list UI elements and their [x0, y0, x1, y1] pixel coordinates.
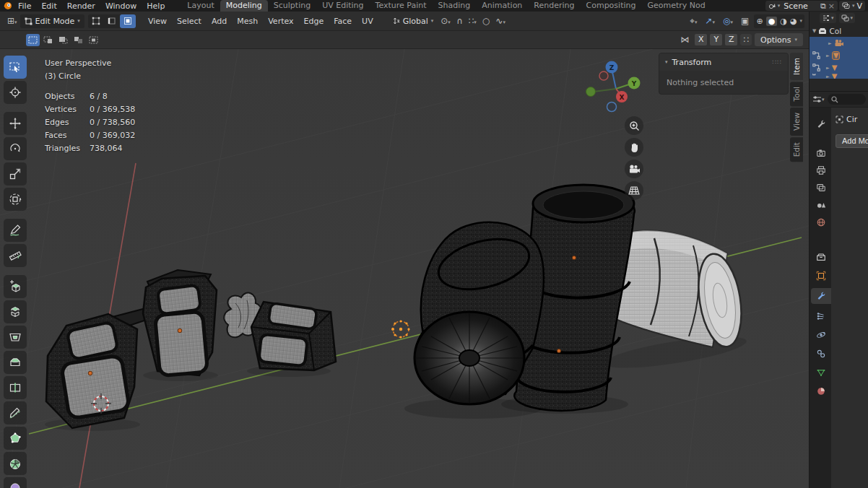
tab-view[interactable]: View [790, 108, 803, 136]
shading-rendered-icon[interactable]: ◕ [790, 17, 797, 26]
shading-material-icon[interactable]: ◑ [780, 17, 787, 26]
snap-dots-icon[interactable]: ∷ [740, 34, 752, 45]
menu-help[interactable]: Help [142, 1, 170, 11]
tab-item[interactable]: Item [790, 53, 803, 80]
blender-logo-icon[interactable] [3, 1, 13, 10]
tab-edit[interactable]: Edit [790, 137, 803, 162]
select-invert-icon[interactable] [71, 34, 85, 46]
expand-icon[interactable]: ► [826, 53, 830, 58]
workspace-shading[interactable]: Shading [433, 0, 477, 12]
wire-box-lying[interactable] [224, 293, 336, 370]
snap-settings-icon[interactable]: ∷▾ [466, 16, 479, 26]
tab-output-props[interactable] [811, 162, 831, 178]
menu-window[interactable]: Window [100, 1, 142, 11]
tool-poly-build[interactable] [4, 427, 27, 450]
expand-breadcrumb-icon[interactable] [836, 116, 843, 123]
outliner-row-mesh[interactable]: ► ▼ [810, 61, 868, 74]
workspace-modeling[interactable]: Modeling [220, 0, 268, 12]
workspace-geometry-nodes[interactable]: Geometry Nod [641, 0, 711, 12]
menu-file[interactable]: File [13, 1, 36, 11]
workspace-sculpting[interactable]: Sculpting [268, 0, 316, 12]
gizmo-neg-y[interactable] [586, 87, 596, 97]
zoom-button[interactable] [625, 116, 643, 135]
perspective-toggle-button[interactable] [625, 181, 643, 200]
tool-transform[interactable] [4, 188, 27, 211]
tool-cursor[interactable] [4, 81, 27, 104]
tab-tool-props[interactable] [811, 116, 831, 132]
show-gizmo-icon[interactable]: ↗▾ [703, 16, 719, 26]
tab-scene-props[interactable] [811, 197, 831, 213]
menu-uv[interactable]: UV [357, 17, 378, 26]
snap-magnet-icon[interactable]: ∩ [453, 16, 466, 26]
viewport-3d[interactable]: User Perspective (3) Circle Objects6 / 8… [0, 49, 809, 488]
face-select-button[interactable] [120, 14, 136, 28]
selected-circle-object[interactable] [391, 320, 410, 338]
outliner-row-mesh-partial[interactable]: ► ▼ [810, 74, 868, 79]
proportional-edit-icon[interactable]: ○ [479, 16, 492, 26]
pan-hand-button[interactable] [625, 138, 643, 157]
tab-modifier-props[interactable] [811, 288, 831, 304]
menu-face[interactable]: Face [329, 17, 357, 26]
mirror-y-button[interactable]: Y [710, 34, 722, 45]
menu-edge[interactable]: Edge [299, 17, 329, 26]
tab-collection-props[interactable] [811, 249, 831, 265]
scene-selector[interactable]: ▾ Scene ⧉ × [765, 1, 838, 11]
tab-object-props[interactable] [811, 268, 831, 284]
wire-box-bag-2[interactable] [143, 270, 217, 376]
outliner-row-camera[interactable]: ► [810, 37, 868, 49]
outliner-filter[interactable]: ▾ [839, 13, 856, 23]
object-visibility-icon[interactable]: ⌖▾ [687, 16, 700, 26]
outliner-display-mode[interactable]: ▾ [820, 13, 836, 23]
tab-constraint-props[interactable] [811, 346, 831, 362]
mirror-x-button[interactable]: X [695, 34, 707, 45]
select-subtract-icon[interactable] [56, 34, 70, 46]
workspace-compositing[interactable]: Compositing [581, 0, 642, 12]
tool-inset-faces[interactable] [4, 326, 27, 349]
select-intersect-icon[interactable] [87, 34, 100, 46]
workspace-texture-paint[interactable]: Texture Paint [370, 0, 433, 12]
navigation-gizmo[interactable]: Z Y X [582, 56, 648, 116]
show-overlays-icon[interactable]: ◎▾ [720, 16, 736, 26]
select-extend-icon[interactable] [41, 34, 55, 46]
add-modifier-button[interactable]: Add Mo [836, 134, 868, 148]
xray-toggle-icon[interactable]: ▣ [738, 16, 752, 26]
edge-select-button[interactable] [104, 14, 120, 28]
tool-loop-cut[interactable] [4, 376, 27, 399]
menu-edit[interactable]: Edit [36, 1, 61, 11]
unlink-scene-icon[interactable]: × [828, 1, 835, 11]
falloff-icon[interactable]: ∿▾ [492, 16, 508, 26]
tool-measure[interactable] [4, 244, 27, 267]
new-scene-icon[interactable]: ⧉ [820, 1, 826, 11]
tab-material-props[interactable] [811, 383, 831, 399]
menu-select[interactable]: Select [172, 17, 207, 26]
mirror-z-button[interactable]: Z [725, 34, 737, 45]
workspace-uv-editing[interactable]: UV Editing [316, 0, 369, 12]
expand-icon[interactable]: ► [828, 40, 832, 45]
camera-view-button[interactable] [625, 160, 643, 178]
tool-bevel[interactable] [4, 351, 27, 374]
editor-type-icon[interactable]: ⊞▾ [4, 16, 20, 26]
workspace-layout[interactable]: Layout [181, 0, 220, 12]
menu-vertex[interactable]: Vertex [263, 17, 298, 26]
tool-knife[interactable] [4, 401, 27, 424]
select-set-icon[interactable] [26, 34, 40, 46]
properties-search-input[interactable] [828, 94, 866, 105]
tab-view-layer-props[interactable] [811, 180, 831, 196]
expand-icon[interactable]: ► [826, 65, 830, 70]
gizmo-neg-z[interactable] [607, 103, 617, 112]
expand-icon[interactable]: ► [826, 74, 830, 79]
disclosure-icon[interactable]: ▼ [812, 28, 816, 34]
tool-add-cube[interactable] [4, 275, 27, 298]
workspace-animation[interactable]: Animation [476, 0, 528, 12]
tool-annotate[interactable] [4, 219, 27, 242]
menu-view[interactable]: View [143, 17, 172, 26]
gizmo-neg-x[interactable] [599, 71, 608, 80]
tab-tool[interactable]: Tool [790, 82, 803, 106]
tool-scale[interactable] [4, 162, 27, 186]
tab-particle-props[interactable] [811, 308, 831, 324]
outliner-row-mesh-active[interactable]: ► ▼ [810, 49, 868, 61]
vertex-select-button[interactable] [88, 14, 104, 28]
view-layer-selector[interactable]: ▾ V [839, 1, 865, 11]
workspace-rendering[interactable]: Rendering [528, 0, 580, 12]
shading-wireframe-icon[interactable]: ⊕ [756, 17, 763, 26]
